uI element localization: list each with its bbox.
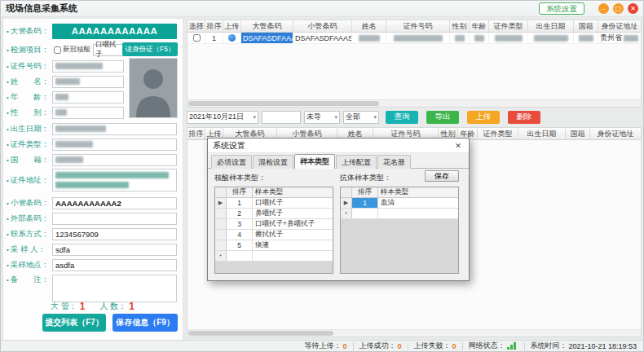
small-tube-input[interactable] bbox=[52, 197, 177, 209]
name-label: 姓 名： bbox=[7, 77, 52, 87]
divider bbox=[462, 342, 463, 350]
dialog-close-icon[interactable]: ✕ bbox=[452, 142, 464, 150]
submit-list-button[interactable]: 提交列表（F7） bbox=[42, 314, 106, 332]
read-id-card-button[interactable]: 读身份证（F5） bbox=[122, 42, 178, 56]
upload-button[interactable]: 上传 bbox=[467, 111, 500, 124]
redacted-value bbox=[624, 35, 638, 42]
status-bar: 等待上传： 0 上传成功： 0 上传失败： 0 网络状态： 系统时间： 2021… bbox=[1, 340, 643, 351]
contact-input[interactable] bbox=[52, 228, 177, 240]
people-count-label: 人 数： bbox=[99, 301, 126, 312]
big-tube-label: 大管条码： bbox=[7, 26, 52, 37]
dialog-titlebar: 系统设置 ✕ bbox=[208, 139, 469, 153]
col-order: 排序 bbox=[205, 20, 223, 32]
system-settings-button[interactable]: 系统设置 bbox=[539, 2, 584, 15]
grid-new-row[interactable]: * bbox=[341, 209, 458, 219]
tab-roster[interactable]: 花名册 bbox=[377, 155, 411, 169]
birth-date-input[interactable] bbox=[52, 123, 177, 135]
export-button[interactable]: 导出 bbox=[426, 111, 459, 124]
external-code-input[interactable] bbox=[52, 213, 177, 225]
current-row-arrow-icon: ▶ bbox=[341, 198, 352, 208]
grid-row[interactable]: ▶ 1 血清 bbox=[341, 198, 458, 209]
id-number-label: 证件号码： bbox=[7, 61, 52, 72]
id-address-input[interactable] bbox=[52, 169, 177, 191]
grid-row[interactable]: ▶ 1 口咽拭子 bbox=[215, 198, 333, 209]
grid-header: 排序 样本类型 bbox=[215, 187, 333, 198]
scope-select[interactable]: 全部 ▾ bbox=[343, 111, 379, 124]
field-name: 姓 名： bbox=[7, 75, 124, 88]
divider bbox=[353, 342, 354, 350]
covid-nucleic-checkbox[interactable] bbox=[54, 46, 61, 54]
gender-input[interactable] bbox=[52, 107, 124, 119]
tab-sample-type[interactable]: 样本类型 bbox=[294, 154, 335, 169]
nucleic-sample-label: 核酸样本类型： bbox=[214, 173, 266, 183]
field-small-tube: 小管条码： bbox=[7, 196, 177, 209]
dialog-tabs: 必填设置 混检设置 样本类型 上传配置 花名册 bbox=[208, 153, 469, 169]
query-button[interactable]: 查询 bbox=[386, 111, 418, 124]
id-photo bbox=[129, 58, 178, 118]
divider bbox=[408, 342, 408, 350]
age-input[interactable] bbox=[52, 91, 124, 103]
location-label: 采样地点： bbox=[7, 260, 52, 271]
big-tube-barcode: AAAAAAAAAAAA bbox=[52, 24, 177, 39]
tab-required-settings[interactable]: 必填设置 bbox=[211, 155, 252, 169]
collector-label: 采 样 人： bbox=[7, 244, 52, 255]
system-settings-dialog: 系统设置 ✕ 必填设置 混检设置 样本类型 上传配置 花名册 核酸样本类型： 抗… bbox=[207, 138, 470, 281]
nationality-label: 国 籍： bbox=[7, 155, 52, 165]
redacted-value bbox=[394, 35, 443, 42]
tab-mixed-settings[interactable]: 混检设置 bbox=[253, 155, 293, 169]
remark-label: 备 注： bbox=[7, 275, 52, 285]
minimize-icon[interactable]: – bbox=[598, 3, 609, 14]
row-selector-header bbox=[341, 187, 352, 197]
system-time-label: 系统时间： bbox=[530, 341, 567, 351]
col-name: 姓名 bbox=[352, 20, 386, 32]
grid-col-type: 样本类型 bbox=[378, 187, 458, 197]
row-selector-header bbox=[215, 187, 227, 197]
col-upload: 上传 bbox=[223, 20, 241, 32]
table-row[interactable]: 1 DSAFASDFAAAS DSAFASDFAAAS1 贵州省 bbox=[187, 33, 641, 44]
grid-row[interactable]: 2 鼻咽拭子 bbox=[215, 209, 333, 219]
upload-success-label: 上传成功： bbox=[359, 341, 395, 351]
horizontal-scrollbar[interactable] bbox=[187, 99, 641, 107]
waiting-upload-label: 等待上传： bbox=[304, 341, 341, 351]
grid-new-row[interactable]: * bbox=[215, 251, 333, 262]
gender-label: 性 别： bbox=[7, 108, 52, 118]
col-big-tube: 大管条码 bbox=[241, 20, 293, 32]
field-collector: 采 样 人： bbox=[7, 243, 177, 256]
remark-textarea[interactable] bbox=[52, 275, 177, 302]
collector-input[interactable] bbox=[52, 244, 177, 256]
patient-form-panel: 大管条码： AAAAAAAAAAAA 检测项目： 新冠核酸 口咽拭子 ▾ 读身份… bbox=[2, 18, 183, 341]
maximize-icon[interactable]: ▢ bbox=[613, 3, 624, 14]
keyword-input[interactable] bbox=[262, 111, 301, 124]
grid-row[interactable]: 5 痰液 bbox=[215, 240, 333, 251]
horizontal-scrollbar[interactable] bbox=[187, 329, 641, 337]
row-select-checkbox[interactable] bbox=[193, 34, 201, 42]
scrollbar-thumb[interactable] bbox=[188, 101, 379, 106]
dialog-save-button[interactable]: 保存 bbox=[425, 170, 459, 182]
import-status-value: 未导 bbox=[307, 112, 321, 122]
grid-row[interactable]: 3 口咽拭子+鼻咽拭子 bbox=[215, 219, 333, 230]
id-type-input[interactable] bbox=[52, 139, 177, 151]
date-select[interactable]: 2021年10月21日 ▾ bbox=[187, 111, 258, 124]
import-status-select[interactable]: 未导 ▾ bbox=[304, 111, 340, 124]
col-order: 排序 bbox=[187, 128, 205, 139]
project-label: 检测项目： bbox=[7, 45, 52, 55]
big-tube-count-value: 1 bbox=[80, 301, 86, 312]
close-icon[interactable]: ✕ bbox=[628, 3, 638, 14]
grid-col-type: 样本类型 bbox=[253, 187, 333, 197]
nationality-input[interactable] bbox=[52, 154, 177, 166]
col-gender: 性别 bbox=[450, 20, 470, 32]
field-external-code: 外部条码： bbox=[7, 212, 177, 225]
delete-button[interactable]: 删除 bbox=[508, 111, 540, 124]
id-number-input[interactable] bbox=[52, 60, 124, 73]
grid-col-order: 排序 bbox=[352, 187, 378, 197]
scrollbar-thumb[interactable] bbox=[188, 331, 333, 336]
location-input[interactable] bbox=[52, 259, 177, 271]
tab-upload-config[interactable]: 上传配置 bbox=[336, 155, 377, 169]
col-age: 年龄 bbox=[470, 20, 489, 32]
save-info-button[interactable]: 保存信息（F9） bbox=[112, 314, 178, 332]
waiting-upload-value: 0 bbox=[342, 342, 346, 350]
dialog-title: 系统设置 bbox=[213, 140, 245, 152]
redacted-value bbox=[55, 94, 68, 100]
name-input[interactable] bbox=[52, 76, 124, 88]
grid-row[interactable]: 4 擦拭拭子 bbox=[215, 230, 333, 240]
